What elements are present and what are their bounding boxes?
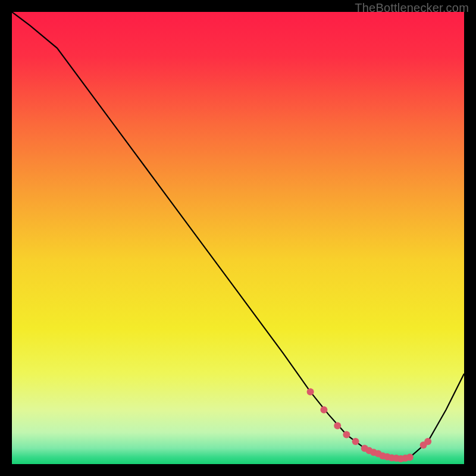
marker-dot: [424, 438, 431, 445]
marker-dot: [406, 454, 414, 461]
marker-dot: [343, 431, 350, 439]
marker-dot: [307, 388, 314, 395]
chart-frame: TheBottlenecker.com: [0, 0, 476, 476]
chart-svg: [12, 12, 464, 464]
marker-dot: [352, 438, 359, 445]
gradient-background: [12, 12, 464, 464]
marker-dot: [334, 422, 341, 429]
plot-area: [12, 12, 464, 464]
marker-dot: [320, 406, 327, 414]
